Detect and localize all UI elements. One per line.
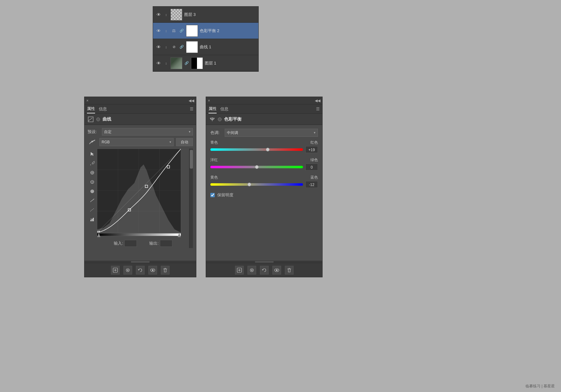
panel-titlebar: × ◀◀ — [84, 97, 196, 104]
layer-link-icon: ↕ — [164, 28, 169, 33]
curves-icon: ⊘ — [170, 44, 177, 50]
cyan-red-slider-row: +19 — [210, 146, 318, 153]
layer-thumbnail — [186, 41, 198, 53]
cyan-red-slider[interactable] — [210, 147, 303, 152]
red-value: +19 — [305, 146, 318, 153]
magenta-green-slider-row: 0 — [210, 164, 318, 170]
layer-visibility-icon[interactable]: 👁 — [156, 60, 162, 66]
curves-canvas[interactable] — [97, 149, 181, 233]
delete-button[interactable] — [161, 266, 170, 275]
preset-label: 预设: — [88, 129, 99, 135]
color-balance-title: 色彩平衡 — [224, 117, 242, 122]
smooth-curve-tool[interactable] — [88, 197, 96, 205]
reset-button[interactable] — [136, 266, 145, 275]
channel-row: RGB 自动 — [88, 138, 193, 146]
layer-link-icon: ↕ — [164, 61, 169, 66]
magenta-green-slider[interactable] — [210, 165, 303, 169]
layer-row[interactable]: 👁 ↕ 🔗 图层 1 — [153, 55, 258, 71]
svg-rect-14 — [92, 219, 93, 221]
layer-row[interactable]: 👁 ↕ ⚖ 🔗 色彩平衡 2 — [153, 23, 258, 39]
panel-dot — [96, 117, 100, 121]
panel-tabs: 属性 信息 ☰ — [206, 104, 322, 114]
collapse-icon[interactable]: ◀◀ — [189, 98, 194, 103]
tab-properties[interactable]: 属性 — [87, 105, 95, 113]
pencil-tool[interactable] — [88, 159, 96, 167]
layer-visibility-icon[interactable]: 👁 — [156, 44, 162, 50]
layer-visibility-icon[interactable]: 👁 — [156, 28, 162, 34]
cyan-red-row: 青色 红色 +19 — [210, 140, 318, 153]
view-previous-button[interactable] — [247, 266, 256, 275]
output-value[interactable] — [160, 240, 172, 247]
curves-panel-footer — [84, 263, 196, 277]
visibility-button[interactable] — [148, 266, 157, 275]
black-point-tool[interactable] — [88, 178, 96, 186]
visibility-button[interactable] — [272, 266, 281, 275]
collapse-icon[interactable]: ◀◀ — [315, 98, 320, 103]
preserve-label: 保留明度 — [217, 192, 233, 198]
tab-info[interactable]: 信息 — [99, 105, 107, 113]
close-icon[interactable]: × — [86, 98, 89, 103]
input-item: 输入: — [114, 240, 137, 247]
tab-properties[interactable]: 属性 — [209, 105, 217, 113]
color-balance-footer — [206, 263, 322, 277]
input-value[interactable] — [124, 240, 137, 247]
preset-select-wrapper: 自定 — [102, 128, 193, 136]
tone-select[interactable]: 中间调 暗调 亮调 — [225, 129, 318, 137]
close-icon[interactable]: × — [208, 98, 210, 103]
layer-name: 图层 3 — [184, 12, 256, 17]
add-mask-button[interactable] — [235, 266, 244, 275]
magenta-green-labels: 洋红 绿色 — [210, 157, 318, 163]
input-label: 输入: — [114, 241, 123, 246]
scrollbar-thumb[interactable] — [190, 150, 193, 169]
preserve-checkbox[interactable] — [210, 193, 215, 197]
layer-name: 色彩平衡 2 — [200, 28, 256, 34]
blue-value: -12 — [305, 181, 318, 188]
yellow-blue-handle[interactable] — [247, 183, 251, 186]
yellow-blue-slider[interactable] — [210, 182, 303, 187]
cyan-red-labels: 青色 红色 — [210, 140, 318, 145]
magenta-green-handle[interactable] — [255, 165, 259, 169]
tone-row: 色调: 中间调 暗调 亮调 — [210, 129, 318, 137]
panel-titlebar: × ◀◀ — [206, 97, 322, 104]
svg-rect-13 — [90, 220, 91, 221]
gray-point-tool[interactable] — [88, 187, 96, 195]
curves-canvas-area: 输入: 输出: — [97, 149, 189, 248]
layer-link-icon: ↕ — [164, 45, 169, 50]
pencil-curve-tool[interactable] — [88, 206, 96, 214]
view-previous-button[interactable] — [123, 266, 132, 275]
tone-label: 色调: — [210, 130, 222, 136]
green-label: 绿色 — [310, 157, 318, 163]
layer-link-icon: ↕ — [164, 12, 169, 17]
layer-thumbnail — [170, 9, 182, 21]
tab-info[interactable]: 信息 — [220, 105, 228, 113]
svg-point-40 — [276, 269, 277, 271]
levels-tool[interactable]: A — [88, 215, 96, 223]
layer-mask-thumbnail — [191, 57, 203, 69]
panel-dot — [218, 117, 222, 121]
cyan-red-handle[interactable] — [266, 148, 270, 151]
curves-tools-area: A — [88, 149, 193, 248]
histogram — [97, 165, 181, 232]
pointer-tool[interactable] — [88, 150, 96, 158]
channel-select[interactable]: RGB — [99, 138, 174, 146]
layer-row[interactable]: 👁 ↕ 图层 3 — [153, 7, 258, 23]
curve-point[interactable] — [167, 166, 170, 168]
auto-button[interactable]: 自动 — [176, 138, 193, 146]
panel-menu-icon[interactable]: ☰ — [316, 107, 320, 111]
layer-thumbnail — [170, 57, 182, 69]
reset-button[interactable] — [260, 266, 269, 275]
preset-select[interactable]: 自定 — [102, 128, 193, 136]
io-row: 输入: 输出: — [97, 239, 189, 248]
layer-row[interactable]: 👁 ↕ ⊘ 🔗 曲线 1 — [153, 39, 258, 55]
green-value: 0 — [305, 164, 318, 170]
layers-panel: 👁 ↕ 图层 3 👁 ↕ ⚖ 🔗 色彩平衡 2 👁 ↕ ⊘ 🔗 曲线 1 👁 ↕… — [153, 6, 259, 72]
layer-visibility-icon[interactable]: 👁 — [156, 12, 162, 18]
curves-scrollbar[interactable] — [189, 149, 193, 248]
white-point-tool[interactable] — [88, 169, 96, 177]
yellow-label: 黄色 — [210, 175, 218, 180]
panel-menu-icon[interactable]: ☰ — [190, 107, 194, 111]
balance-icon: ⚖ — [170, 27, 177, 34]
delete-button[interactable] — [285, 266, 294, 275]
add-mask-button[interactable] — [111, 266, 120, 275]
curves-panel: × ◀◀ 属性 信息 ☰ 曲线 预设: 自定 — [84, 97, 196, 277]
